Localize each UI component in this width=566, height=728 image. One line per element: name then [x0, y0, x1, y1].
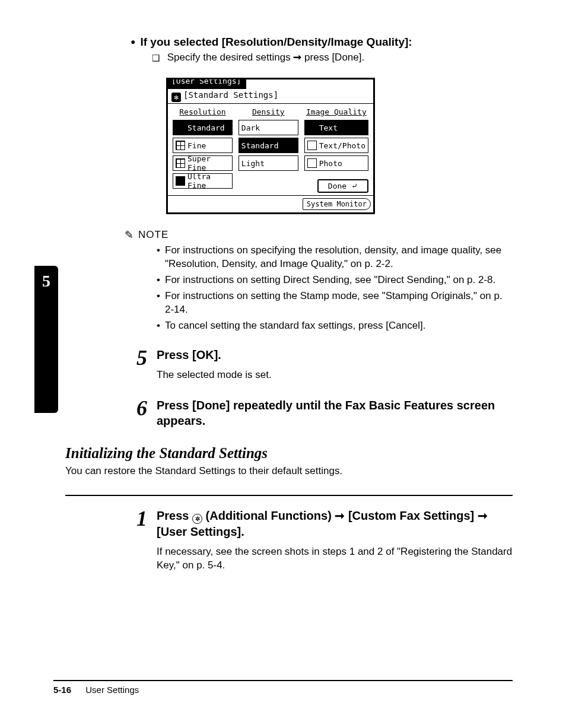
resolution-ultrafine-button[interactable]: Ultra Fine: [173, 173, 233, 189]
option-label: Ultra Fine: [187, 172, 230, 190]
settings-icon: ✻: [171, 93, 181, 102]
option-label: Text/Photo: [319, 141, 365, 150]
step-5: 5 Press [OK]. The selected mode is set.: [131, 347, 513, 382]
bullet-heading: If you selected [Resolution/Density/Imag…: [131, 36, 513, 49]
note-item: For instructions on specifying the resol…: [157, 244, 513, 271]
done-label: Done: [328, 182, 346, 190]
step-number: 5: [131, 347, 147, 382]
chapter-label-wrap: Customizing Fax Settings: [39, 196, 49, 297]
resolution-standard-button[interactable]: Standard: [173, 120, 233, 135]
resolution-header: Resolution: [173, 107, 233, 116]
density-dark-button[interactable]: Dark: [239, 120, 298, 135]
option-label: Standard: [187, 123, 225, 132]
iq-text-button[interactable]: Text: [304, 120, 368, 135]
screen-title-row: ✻[Standard Settings]: [168, 89, 373, 104]
iq-photo-button[interactable]: Photo: [304, 155, 368, 171]
sub-post: press [Done].: [301, 52, 364, 63]
arrow-icon: ➞: [293, 52, 301, 63]
screen-tab: [User Settings]: [168, 80, 246, 89]
note-item: For instructions on setting Direct Sendi…: [157, 274, 513, 287]
grid-icon: [176, 176, 185, 186]
page: 5 Customizing Fax Settings If you select…: [0, 0, 566, 728]
additional-functions-icon: ✲: [192, 514, 202, 524]
step-number: 6: [131, 398, 147, 428]
option-label: Fine: [187, 141, 206, 150]
step-number: 1: [131, 508, 147, 573]
resolution-superfine-button[interactable]: Super Fine: [173, 155, 233, 171]
option-label: Light: [241, 159, 265, 168]
step-text: The selected mode is set.: [157, 368, 513, 382]
fax-screen: [User Settings] ✻[Standard Settings] Res…: [166, 78, 375, 214]
step-body: Press ✲ (Additional Functions) ➞ [Custom…: [157, 508, 513, 573]
iq-textphoto-button[interactable]: Text/Photo: [304, 138, 368, 153]
step-6: 6 Press [Done] repeatedly until the Fax …: [131, 398, 513, 428]
note-icon: ✎: [125, 228, 133, 241]
density-standard-button[interactable]: Standard: [239, 138, 298, 153]
text-photo-icon: [307, 141, 317, 150]
step-head-post: [User Settings].: [157, 525, 244, 538]
step-body: Press [OK]. The selected mode is set.: [157, 347, 513, 382]
section-heading: Initializing the Standard Settings: [65, 445, 513, 462]
system-monitor-button[interactable]: System Monitor: [303, 198, 371, 210]
divider: [65, 495, 513, 496]
arrow-icon: ➞: [478, 509, 488, 522]
sub-instruction: Specify the desired settings ➞ press [Do…: [152, 51, 513, 63]
done-row: Done ⤶: [304, 176, 368, 193]
step-heading: Press ✲ (Additional Functions) ➞ [Custom…: [157, 508, 513, 539]
chapter-label: Customizing Fax Settings: [39, 297, 49, 398]
step-head-mid: [Custom Fax Settings]: [345, 509, 477, 522]
option-label: Photo: [319, 159, 342, 168]
arrow-icon: ➞: [335, 509, 345, 522]
step-head-button: (Additional Functions): [202, 509, 335, 522]
step-body: Press [Done] repeatedly until the Fax Ba…: [157, 398, 513, 428]
photo-icon: [307, 158, 317, 168]
notes-list: For instructions on specifying the resol…: [157, 244, 513, 333]
page-footer: 5-16 User Settings: [53, 680, 513, 695]
system-monitor-row: System Monitor: [168, 195, 373, 212]
option-label: Dark: [241, 123, 260, 132]
resolution-column: Resolution Standard Fine Super Fine Ultr…: [173, 107, 233, 193]
section-text: You can restore the Standard Settings to…: [65, 465, 513, 477]
note-item: For instructions on setting the Stamp mo…: [157, 290, 513, 317]
density-header: Density: [239, 107, 298, 116]
grid-icon: [176, 158, 185, 168]
screen-title: [Standard Settings]: [183, 90, 278, 100]
step-head-pre: Press: [157, 509, 192, 522]
step-text: If necessary, see the screen shots in st…: [157, 545, 513, 573]
main-content: If you selected [Resolution/Density/Imag…: [131, 36, 513, 572]
screen-columns: Resolution Standard Fine Super Fine Ultr…: [173, 107, 368, 193]
density-column: Density Dark Standard Light: [239, 107, 298, 193]
note-label: NOTE: [138, 229, 168, 241]
density-light-button[interactable]: Light: [239, 155, 298, 171]
text-icon: [307, 123, 317, 132]
image-quality-column: Image Quality Text Text/Photo Photo Done…: [304, 107, 368, 193]
screen-body: Resolution Standard Fine Super Fine Ultr…: [168, 104, 373, 195]
done-button[interactable]: Done ⤶: [317, 179, 368, 193]
image-quality-header: Image Quality: [304, 107, 368, 116]
resolution-fine-button[interactable]: Fine: [173, 138, 233, 153]
footer-title: User Settings: [85, 685, 139, 695]
page-number: 5-16: [53, 685, 71, 695]
option-label: Super Fine: [187, 154, 230, 172]
note-heading: ✎ NOTE: [125, 228, 513, 241]
grid-icon: [176, 123, 185, 132]
option-label: Standard: [241, 141, 279, 150]
step-heading: Press [Done] repeatedly until the Fax Ba…: [157, 398, 513, 428]
step-heading: Press [OK].: [157, 347, 513, 363]
option-label: Text: [319, 123, 338, 132]
note-item: To cancel setting the standard fax setti…: [157, 319, 513, 333]
step-1: 1 Press ✲ (Additional Functions) ➞ [Cust…: [131, 508, 513, 573]
sub-pre: Specify the desired settings: [167, 52, 294, 63]
screen-tab-label: [User Settings]: [171, 80, 241, 85]
grid-icon: [176, 141, 185, 150]
